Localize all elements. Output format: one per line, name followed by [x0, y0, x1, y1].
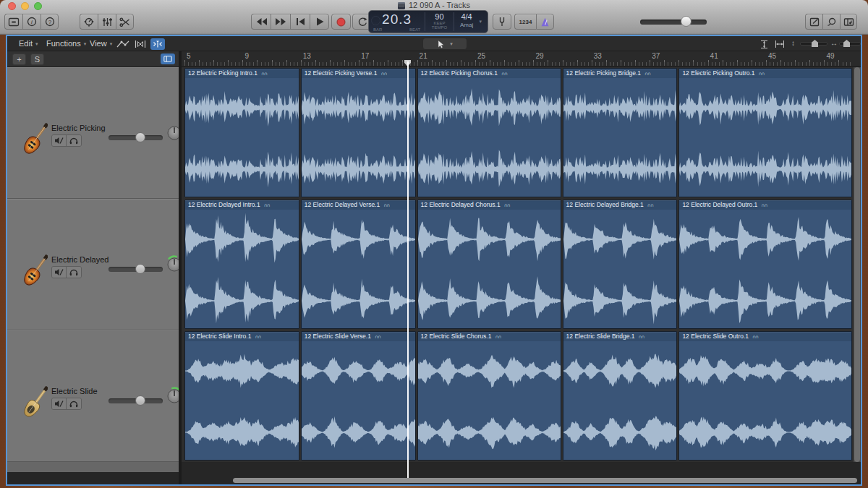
add-track-button[interactable]: + [12, 53, 26, 65]
loop-browser-button[interactable] [822, 14, 840, 30]
headphones-solo-button[interactable] [67, 135, 81, 146]
cycle-icon [357, 17, 367, 27]
volume-thumb[interactable] [135, 264, 145, 274]
region[interactable]: 12 Electric Picking Bridge.1∩∩ [563, 68, 678, 197]
quick-help-button[interactable]: ? [41, 14, 59, 30]
mute-button[interactable] [52, 135, 67, 146]
lcd-signature-section[interactable]: 4/4 Amaj [454, 11, 480, 33]
region-header: 12 Electric Picking Chorus.1∩∩ [418, 69, 561, 78]
headphones-icon [69, 137, 78, 145]
flex-button[interactable] [133, 38, 148, 50]
playhead-line[interactable] [407, 61, 409, 478]
media-browser-button[interactable] [840, 14, 857, 30]
region[interactable]: 12 Electric Delayed Outro.1∩∩ [678, 200, 851, 329]
catch-playhead-button[interactable] [150, 38, 165, 50]
forward-button[interactable] [271, 14, 290, 30]
close-button[interactable] [8, 2, 16, 10]
vertical-scrollbar[interactable] [854, 67, 861, 462]
master-volume-thumb[interactable] [681, 16, 692, 27]
vertical-zoom-thumb[interactable] [812, 40, 818, 47]
volume-thumb[interactable] [135, 132, 145, 142]
editors-button[interactable] [116, 14, 134, 30]
metronome-button[interactable] [536, 14, 554, 30]
region[interactable]: 12 Electric Picking Verse.1∩∩ [301, 68, 416, 197]
menu-edit[interactable]: Edit▾ [16, 36, 41, 51]
count-in-button[interactable]: 1234 [514, 14, 536, 30]
horizontal-fit-button[interactable] [773, 38, 787, 50]
inspector-button[interactable]: i [22, 14, 41, 30]
track-volume-slider[interactable] [109, 263, 163, 275]
region[interactable]: 12 Electric Delayed Bridge.1∩∩ [563, 200, 678, 329]
notepad-icon [809, 17, 820, 27]
master-solo-button[interactable]: S [30, 53, 44, 65]
region[interactable]: 12 Electric Delayed Intro.1∩∩ [184, 200, 299, 329]
note-pad-button[interactable] [805, 14, 822, 30]
horizontal-zoom-slider[interactable] [839, 42, 861, 46]
tuner-button[interactable] [493, 14, 511, 30]
library-button[interactable] [4, 14, 22, 30]
zoom-button[interactable] [34, 2, 42, 10]
menu-view[interactable]: View▾ [87, 36, 115, 51]
region-waveform [418, 332, 561, 461]
region-header: 12 Electric Delayed Verse.1∩∩ [302, 200, 415, 210]
play-button[interactable] [310, 14, 329, 30]
mixer-button[interactable] [98, 14, 116, 30]
tool-chevron-icon: ▾ [450, 41, 453, 47]
mute-button[interactable] [52, 267, 67, 278]
tool-selector[interactable]: ▾ [422, 38, 467, 50]
headphones-solo-button[interactable] [67, 398, 81, 409]
lcd-tempo-section[interactable]: 90 KEEP TEMPO [425, 11, 454, 33]
lcd-position-section[interactable]: 20.3 BAR BEAT [369, 11, 425, 33]
master-volume-slider[interactable] [640, 15, 707, 28]
record-button[interactable] [331, 14, 351, 30]
region-name: 12 Electric Slide Bridge.1 [566, 333, 635, 340]
mute-button[interactable] [52, 398, 67, 409]
track-header-options-button[interactable] [161, 53, 175, 64]
lcd-chevron-icon[interactable]: ▾ [479, 11, 488, 33]
horizontal-zoom-thumb[interactable] [843, 40, 850, 47]
track-header-3[interactable]: Electric Slide [7, 330, 179, 462]
region[interactable]: 12 Electric Delayed Verse.1∩∩ [301, 200, 416, 329]
lcd-display[interactable]: 20.3 BAR BEAT 90 KEEP TEMPO 4/4 Amaj ▾ [368, 10, 488, 33]
smart-controls-button[interactable] [80, 14, 98, 30]
vertical-zoom-slider[interactable] [800, 42, 827, 46]
horizontal-scrollbar-thumb[interactable] [233, 478, 857, 483]
region-name: 12 Electric Delayed Intro.1 [188, 201, 260, 208]
region[interactable]: 12 Electric Picking Chorus.1∩∩ [417, 68, 561, 197]
region[interactable]: 12 Electric Slide Bridge.1∩∩ [563, 331, 678, 461]
region[interactable]: 12 Electric Slide Verse.1∩∩ [301, 331, 416, 461]
go-to-beginning-icon [296, 18, 305, 25]
solo-label: S [35, 55, 40, 64]
go-to-beginning-button[interactable] [290, 14, 310, 30]
region-loop-icon: ∩∩ [264, 202, 270, 207]
loop-icon [827, 17, 837, 27]
region[interactable]: 12 Electric Slide Intro.1∩∩ [184, 331, 299, 461]
rewind-button[interactable] [251, 14, 271, 30]
minimize-button[interactable] [21, 2, 29, 10]
region-loop-icon: ∩∩ [501, 71, 507, 76]
region-header: 12 Electric Picking Verse.1∩∩ [302, 69, 415, 78]
region[interactable]: 12 Electric Slide Chorus.1∩∩ [417, 331, 561, 461]
ruler[interactable]: 5913172125293337414549 [182, 51, 861, 67]
region[interactable]: 12 Electric Slide Outro.1∩∩ [678, 331, 851, 461]
headphones-solo-button[interactable] [67, 267, 81, 278]
region-waveform [418, 200, 561, 329]
auto-track-zoom-button[interactable] [757, 38, 771, 50]
region[interactable]: 12 Electric Picking Outro.1∩∩ [678, 68, 851, 197]
volume-thumb[interactable] [135, 395, 145, 406]
vertical-zoom-icon: ↕ [791, 39, 795, 47]
svg-text:i: i [31, 19, 33, 25]
track-volume-slider[interactable] [109, 132, 163, 143]
track-header-2[interactable]: Electric Delayed [7, 199, 179, 330]
menu-functions[interactable]: Functions▾ [43, 36, 89, 51]
track-header-1[interactable]: Electric Picking [7, 67, 179, 199]
window-chrome: 12 090 A - Tracks i ? [0, 0, 868, 35]
track-volume-slider[interactable] [109, 395, 163, 406]
automation-button[interactable] [116, 38, 130, 50]
region[interactable]: 12 Electric Picking Intro.1∩∩ [184, 68, 299, 197]
svg-text:?: ? [48, 19, 51, 25]
region[interactable]: 12 Electric Delayed Chorus.1∩∩ [417, 200, 561, 329]
region-waveform [302, 69, 416, 197]
vertical-scrollbar-thumb[interactable] [854, 67, 860, 462]
region-header: 12 Electric Slide Intro.1∩∩ [185, 332, 299, 341]
